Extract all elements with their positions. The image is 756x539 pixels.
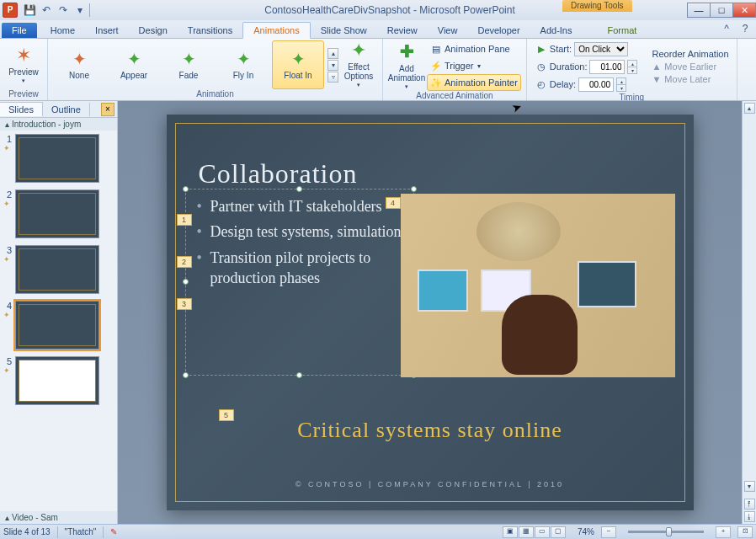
sorter-view-button[interactable]: ▦ — [519, 526, 534, 538]
section-header[interactable]: ▴Video - Sam — [0, 511, 117, 524]
tab-slideshow[interactable]: Slide Show — [311, 23, 377, 38]
fit-button[interactable]: ⊡ — [737, 526, 753, 538]
move-earlier-button[interactable]: ▲Move Earlier — [649, 61, 731, 72]
section-label: Video - Sam — [12, 513, 58, 522]
animation-gallery[interactable]: ✦None ✦Appear ✦Fade ✦Fly In ✦Float In — [53, 40, 324, 89]
slide-canvas[interactable]: Collaboration Partner with IT stakeholde… — [118, 101, 742, 524]
anim-appear[interactable]: ✦Appear — [108, 40, 160, 89]
slide-image[interactable] — [401, 194, 675, 377]
slide-title[interactable]: Collaboration — [199, 158, 358, 189]
delay-row: ◴ Delay: ▴▾ — [532, 76, 642, 93]
animation-tag-3[interactable]: 3 — [177, 298, 192, 310]
ribbon-minimize-button[interactable]: ^ — [719, 21, 734, 36]
zoom-slider[interactable] — [628, 531, 704, 533]
minimize-button[interactable]: — — [687, 3, 711, 18]
slideshow-view-button[interactable]: ▢ — [551, 526, 566, 538]
preview-button[interactable]: ✶ Preview — [5, 40, 42, 89]
duration-row: ◷ Duration: ▴▾ — [532, 58, 642, 75]
prev-slide-button[interactable]: ⭱ — [744, 499, 755, 510]
ribbon-tabs: File Home Insert Design Transitions Anim… — [0, 20, 756, 39]
zoom-out-button[interactable]: − — [601, 526, 616, 538]
gallery-scroll-down[interactable]: ▾ — [327, 60, 338, 71]
trigger-button[interactable]: ⚡Trigger▾ — [427, 57, 521, 74]
zoom-level[interactable]: 74% — [578, 527, 594, 536]
start-combo[interactable]: On Click — [574, 42, 628, 56]
tab-animations[interactable]: Animations — [242, 22, 310, 39]
animation-painter-button[interactable]: ✨Animation Painter — [427, 74, 521, 91]
animation-tag-1[interactable]: 1 — [177, 214, 192, 226]
view-buttons: ▣ ▦ ▭ ▢ — [503, 526, 566, 538]
tab-developer[interactable]: Developer — [467, 23, 530, 38]
anim-flyin[interactable]: ✦Fly In — [217, 40, 269, 89]
gallery-more[interactable]: ▿ — [327, 72, 338, 83]
slide-thumbnail-2[interactable] — [15, 189, 99, 238]
resize-handle[interactable] — [183, 186, 189, 192]
slide-thumbnail-5[interactable] — [15, 356, 99, 405]
slides-pane: Slides Outline × ▴Introduction - joym 1✦… — [0, 101, 118, 524]
anim-fade[interactable]: ✦Fade — [162, 40, 215, 89]
reading-view-button[interactable]: ▭ — [535, 526, 550, 538]
slide-thumbnail-3[interactable] — [15, 245, 99, 294]
gallery-label: Appear — [120, 71, 147, 80]
resize-handle[interactable] — [183, 372, 189, 378]
tab-transitions[interactable]: Transitions — [178, 23, 242, 38]
file-tab[interactable]: File — [2, 23, 37, 38]
contextual-tab-label: Drawing Tools — [562, 0, 632, 12]
tab-format[interactable]: Format — [598, 23, 647, 38]
resize-handle[interactable] — [296, 186, 302, 192]
pane-tab-slides[interactable]: Slides — [0, 102, 43, 116]
resize-handle[interactable] — [411, 186, 417, 192]
zoom-in-button[interactable]: + — [716, 526, 731, 538]
tab-home[interactable]: Home — [40, 23, 85, 38]
undo-button[interactable]: ↶ — [39, 3, 54, 18]
pane-icon: ▤ — [430, 43, 442, 55]
save-button[interactable]: 💾 — [22, 3, 37, 18]
anim-floatin[interactable]: ✦Float In — [272, 40, 324, 89]
animation-tag-4[interactable]: 4 — [386, 197, 401, 209]
slide-subtitle[interactable]: Critical systems stay online — [167, 418, 694, 443]
animation-tag-2[interactable]: 2 — [177, 256, 192, 268]
scroll-up-button[interactable]: ▴ — [744, 103, 755, 114]
slide-footer: © CONTOSO | COMPANY CONFIDENTIAL | 2010 — [167, 480, 694, 488]
tab-design[interactable]: Design — [129, 23, 178, 38]
anim-none[interactable]: ✦None — [53, 40, 105, 89]
vertical-scrollbar[interactable]: ▴ ▾ ⭱ ⭳ — [742, 101, 756, 524]
close-button[interactable]: ✕ — [732, 3, 756, 18]
maximize-button[interactable]: □ — [710, 3, 733, 18]
move-later-button[interactable]: ▼Move Later — [649, 73, 731, 85]
spellcheck-icon[interactable]: ✎ — [110, 527, 117, 536]
zoom-thumb[interactable] — [666, 527, 672, 536]
theme-name: "Thatch" — [65, 527, 97, 536]
tab-review[interactable]: Review — [377, 23, 428, 38]
add-animation-button[interactable]: ✚ Add Animation — [388, 41, 425, 90]
gallery-scroll-up[interactable]: ▴ — [327, 48, 338, 59]
duration-spinner[interactable]: ▴▾ — [627, 60, 637, 74]
resize-handle[interactable] — [183, 279, 189, 285]
resize-handle[interactable] — [296, 372, 302, 378]
scroll-down-button[interactable]: ▾ — [744, 481, 755, 492]
delay-input[interactable] — [578, 77, 614, 92]
delay-spinner[interactable]: ▴▾ — [616, 77, 626, 92]
pane-tab-outline[interactable]: Outline — [43, 103, 90, 116]
duration-input[interactable] — [589, 60, 625, 74]
help-button[interactable]: ? — [737, 21, 753, 36]
thumb-number: 2 — [3, 189, 12, 200]
next-slide-button[interactable]: ⭳ — [744, 511, 755, 522]
normal-view-button[interactable]: ▣ — [503, 526, 518, 538]
group-timing: ▶ Start: On Click ◷ Duration: ▴▾ ◴ Delay… — [527, 39, 737, 100]
row-label: Trigger — [445, 61, 473, 71]
pane-close-button[interactable]: × — [101, 103, 114, 116]
qat-customize[interactable]: ▾ — [72, 3, 88, 18]
tab-view[interactable]: View — [428, 23, 468, 38]
anim-indicator-icon: ✦ — [3, 200, 12, 208]
tab-addins[interactable]: Add-Ins — [530, 23, 583, 38]
redo-button[interactable]: ↷ — [56, 3, 71, 18]
effect-icon: ✦ — [351, 41, 366, 60]
section-header[interactable]: ▴Introduction - joym — [0, 118, 117, 131]
slide-thumbnail-1[interactable] — [15, 134, 99, 183]
animation-pane-button[interactable]: ▤Animation Pane — [427, 40, 521, 57]
effect-options-button[interactable]: ✦ Effect Options — [340, 40, 377, 89]
tab-insert[interactable]: Insert — [85, 23, 129, 38]
content-placeholder[interactable]: Partner with IT stakeholders Design test… — [190, 194, 409, 371]
slide-thumbnail-4[interactable] — [15, 301, 99, 350]
